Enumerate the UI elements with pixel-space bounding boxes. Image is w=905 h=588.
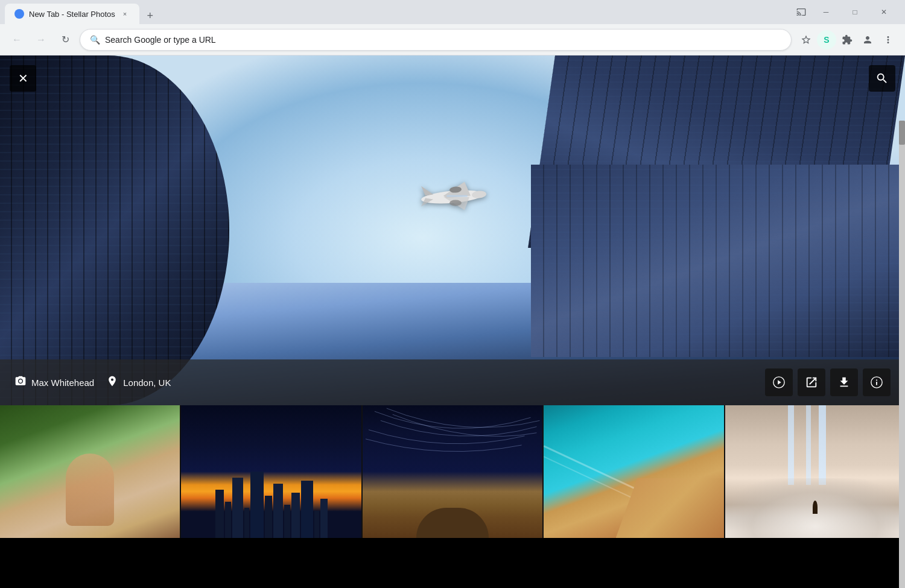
address-input-wrap[interactable]: 🔍	[80, 29, 792, 51]
cast-icon[interactable]	[792, 2, 811, 22]
location-name: London, UK	[123, 378, 171, 388]
maximize-button[interactable]: □	[841, 2, 869, 22]
forward-button[interactable]: →	[31, 30, 51, 49]
tab-close-button[interactable]: ×	[120, 9, 130, 19]
profile-icon[interactable]	[858, 30, 877, 49]
address-bar: ← → ↻ 🔍 S	[0, 24, 905, 55]
grammarly-icon[interactable]: S	[817, 30, 836, 49]
tab-strip: New Tab - Stellar Photos × +	[5, 0, 789, 24]
play-button[interactable]	[765, 368, 793, 396]
info-button[interactable]	[863, 368, 891, 396]
hero-actions	[765, 368, 891, 396]
toolbar-icons: S	[796, 30, 898, 49]
address-input[interactable]	[105, 35, 781, 45]
active-tab[interactable]: New Tab - Stellar Photos ×	[5, 4, 139, 24]
scrollbar-thumb[interactable]	[899, 121, 905, 145]
minimize-button[interactable]: ─	[812, 2, 840, 22]
reload-button[interactable]: ↻	[56, 30, 75, 49]
photographer-name: Max Whitehead	[31, 378, 94, 388]
location-icon	[106, 375, 118, 390]
thumbnail-strip	[0, 405, 905, 538]
camera-icon	[14, 375, 27, 390]
building-right-bottom	[531, 165, 905, 357]
svg-point-7	[449, 200, 462, 206]
hero-bottom-bar: Max Whitehead London, UK	[0, 359, 905, 405]
thumbnail-bg-5	[725, 405, 905, 538]
search-overlay-button[interactable]	[869, 65, 895, 92]
svg-rect-8	[446, 195, 468, 197]
close-button[interactable]: ✕	[870, 2, 898, 22]
search-icon: 🔍	[90, 35, 100, 45]
more-menu-icon[interactable]	[878, 30, 898, 49]
browser-frame: New Tab - Stellar Photos × + ─ □ ✕	[0, 0, 905, 588]
bookmark-icon[interactable]	[796, 30, 816, 49]
tab-title: New Tab - Stellar Photos	[29, 10, 115, 19]
download-button[interactable]	[830, 368, 858, 396]
tab-favicon	[14, 9, 24, 19]
back-button[interactable]: ←	[7, 30, 27, 49]
scrollbar-track[interactable]	[899, 121, 905, 588]
svg-marker-4	[421, 186, 433, 195]
thumbnail-1[interactable]	[0, 405, 181, 538]
close-overlay-button[interactable]: ✕	[10, 65, 36, 92]
content-area: ✕ Max Whitehead	[0, 55, 905, 588]
thumbnail-3[interactable]	[363, 405, 544, 538]
airplane-image	[416, 172, 489, 232]
thumbnail-5[interactable]	[725, 405, 905, 538]
thumbnail-2[interactable]	[181, 405, 362, 538]
hero-image: ✕ Max Whitehead	[0, 55, 905, 405]
extensions-icon[interactable]	[837, 30, 857, 49]
thumbnail-bg-2	[181, 405, 361, 538]
window-controls: ─ □ ✕	[792, 2, 900, 22]
location-meta: London, UK	[106, 375, 171, 390]
hero-meta: Max Whitehead London, UK	[14, 375, 765, 390]
building-left	[0, 55, 229, 405]
thumbnail-bg-1	[0, 405, 180, 538]
photographer-meta: Max Whitehead	[14, 375, 94, 390]
external-link-button[interactable]	[798, 368, 825, 396]
svg-marker-11	[778, 380, 781, 384]
thumbnail-4[interactable]	[544, 405, 725, 538]
svg-point-9	[19, 379, 22, 382]
new-tab-button[interactable]: +	[142, 7, 159, 24]
thumbnail-bg-4	[544, 405, 723, 538]
thumbnail-bg-3	[363, 405, 542, 538]
title-bar: New Tab - Stellar Photos × + ─ □ ✕	[0, 0, 905, 24]
